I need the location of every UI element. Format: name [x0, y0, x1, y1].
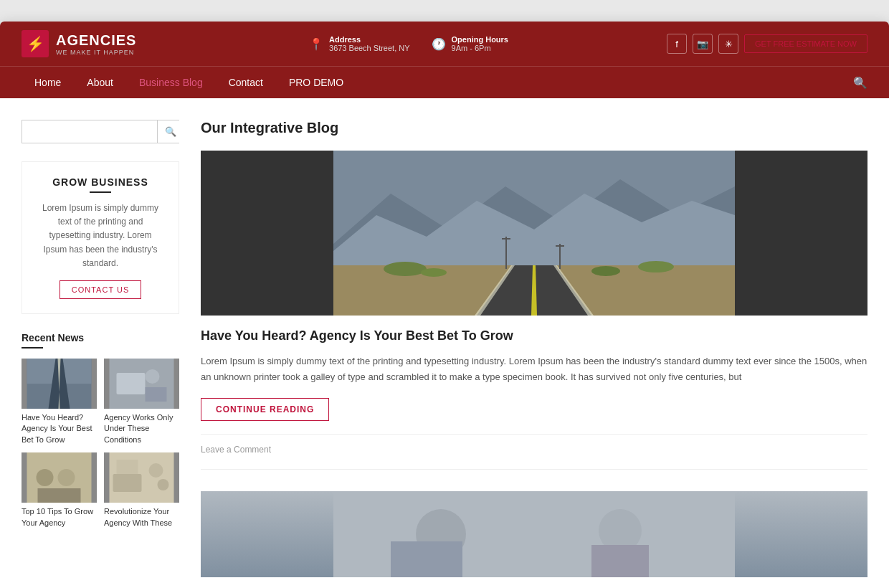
news-item-4[interactable]: Revolutionize Your Agency With These	[104, 452, 179, 528]
post-road-scene-svg	[201, 151, 867, 316]
search-input[interactable]	[22, 120, 157, 143]
post2-scene-svg	[201, 491, 867, 577]
svg-point-27	[591, 266, 620, 276]
svg-point-25	[384, 262, 427, 276]
nav-link-blog[interactable]: Business Blog	[126, 67, 216, 98]
svg-rect-7	[146, 387, 167, 402]
post2-featured-image	[201, 491, 867, 577]
svg-rect-36	[391, 541, 462, 577]
post-featured-image-1	[201, 151, 867, 316]
address-label: Address	[329, 35, 410, 44]
nav-link-about[interactable]: About	[74, 67, 126, 98]
browser-window: ⚡ AGENCIES WE MAKE IT HAPPEN 📍 Address 3…	[0, 22, 889, 588]
address-value: 3673 Beech Street, NY	[329, 44, 410, 52]
logo-icon: ⚡	[22, 30, 49, 57]
news-item-img-1	[22, 359, 97, 409]
nav-link-contact[interactable]: Contact	[216, 67, 276, 98]
svg-rect-32	[556, 245, 564, 247]
sidebar: 🔍 GROW BUSINESS Lorem Ipsum is simply du…	[22, 120, 179, 577]
svg-rect-16	[117, 460, 138, 474]
news-item-img-2	[104, 359, 179, 409]
grow-business-widget: GROW BUSINESS Lorem Ipsum is simply dumm…	[22, 161, 179, 314]
news-item-title-1: Have You Heard? Agency Is Your Best Bet …	[22, 412, 97, 445]
hours-label: Opening Hours	[452, 35, 508, 44]
svg-rect-29	[505, 237, 507, 269]
nav-item-about[interactable]: About	[74, 67, 126, 98]
svg-point-10	[58, 469, 75, 486]
nav-search-icon[interactable]: 🔍	[853, 76, 867, 90]
news-item-2[interactable]: Agency Works Only Under These Conditions	[104, 359, 179, 445]
nav-item-contact[interactable]: Contact	[216, 67, 276, 98]
news-item-3[interactable]: Top 10 Tips To Grow Your Agency	[22, 452, 97, 528]
svg-rect-13	[113, 474, 142, 492]
svg-point-14	[149, 463, 163, 478]
blog-area: Our Integrative Blog	[201, 120, 867, 577]
leave-comment[interactable]: Leave a Comment	[201, 434, 867, 455]
news-item-img-4	[104, 452, 179, 503]
hours-text: Opening Hours 9Am - 6Pm	[452, 35, 508, 52]
desk-thumb-svg	[104, 452, 179, 503]
nav-link-home[interactable]: Home	[22, 67, 74, 98]
recent-news-grid: Have You Heard? Agency Is Your Best Bet …	[22, 359, 179, 528]
address-info: 📍 Address 3673 Beech Street, NY	[309, 35, 410, 52]
svg-point-6	[146, 369, 160, 384]
location-icon: 📍	[309, 37, 323, 51]
recent-news-underline	[22, 347, 43, 348]
svg-point-15	[158, 479, 169, 490]
facebook-icon[interactable]: f	[667, 34, 687, 54]
news-item-title-3: Top 10 Tips To Grow Your Agency	[22, 506, 97, 528]
widget-text: Lorem Ipsum is simply dummy text of the …	[37, 201, 164, 270]
site-header: ⚡ AGENCIES WE MAKE IT HAPPEN 📍 Address 3…	[0, 22, 889, 98]
nav-item-pro[interactable]: PRO DEMO	[276, 67, 356, 98]
svg-rect-31	[559, 244, 561, 269]
header-info: 📍 Address 3673 Beech Street, NY 🕐 Openin…	[172, 35, 645, 52]
widget-title-underline	[90, 191, 111, 193]
blog-section-title: Our Integrative Blog	[201, 120, 867, 136]
svg-rect-11	[38, 488, 81, 503]
twitter-icon[interactable]: ✳	[718, 34, 738, 54]
svg-point-28	[421, 268, 447, 277]
svg-point-9	[37, 469, 54, 486]
clock-icon: 🕐	[432, 37, 446, 51]
meeting-thumb-svg	[104, 359, 179, 409]
address-text: Address 3673 Beech Street, NY	[329, 35, 410, 52]
header-social: f 📷 ✳ GET FREE ESTIMATE NOW	[667, 34, 867, 54]
recent-news-section: Recent News Have You Heard? Agency	[22, 332, 179, 528]
office-thumb-svg	[22, 452, 97, 503]
news-item-title-2: Agency Works Only Under These Conditions	[104, 412, 179, 445]
logo-area: ⚡ AGENCIES WE MAKE IT HAPPEN	[22, 30, 151, 57]
svg-rect-30	[502, 238, 510, 240]
main-content: 🔍 GROW BUSINESS Lorem Ipsum is simply du…	[0, 98, 889, 588]
svg-point-26	[638, 261, 674, 272]
site-nav: Home About Business Blog Contact PRO DEM…	[0, 66, 889, 98]
nav-item-blog[interactable]: Business Blog	[126, 67, 216, 98]
news-item-1[interactable]: Have You Heard? Agency Is Your Best Bet …	[22, 359, 97, 445]
hours-value: 9Am - 6Pm	[452, 44, 508, 52]
post-heading-1: Have You Heard? Agency Is Your Best Bet …	[201, 328, 867, 343]
nav-links: Home About Business Blog Contact PRO DEM…	[22, 67, 356, 98]
logo-tagline: WE MAKE IT HAPPEN	[56, 49, 136, 56]
instagram-icon[interactable]: 📷	[693, 34, 713, 54]
sidebar-search: 🔍	[22, 120, 179, 143]
search-button[interactable]: 🔍	[157, 120, 184, 143]
news-item-img-3	[22, 452, 97, 503]
contact-us-button[interactable]: CONTACT US	[60, 280, 142, 299]
post-excerpt-1: Lorem Ipsum is simply dummy text of the …	[201, 354, 867, 385]
nav-link-pro[interactable]: PRO DEMO	[276, 67, 356, 98]
hours-info: 🕐 Opening Hours 9Am - 6Pm	[432, 35, 508, 52]
svg-rect-37	[591, 545, 649, 577]
news-item-title-4: Revolutionize Your Agency With These	[104, 506, 179, 528]
recent-news-title: Recent News	[22, 332, 179, 343]
nav-item-home[interactable]: Home	[22, 67, 74, 98]
svg-rect-5	[117, 373, 146, 394]
header-top: ⚡ AGENCIES WE MAKE IT HAPPEN 📍 Address 3…	[0, 22, 889, 66]
continue-reading-button[interactable]: CONTINUE READING	[201, 398, 329, 421]
widget-title: GROW BUSINESS	[37, 176, 164, 188]
logo-name: AGENCIES	[56, 32, 136, 49]
blog-post-1: Have You Heard? Agency Is Your Best Bet …	[201, 151, 867, 470]
logo-text: AGENCIES WE MAKE IT HAPPEN	[56, 32, 136, 56]
header-cta-button[interactable]: GET FREE ESTIMATE NOW	[744, 34, 867, 53]
road-thumb-svg-1	[22, 359, 97, 409]
